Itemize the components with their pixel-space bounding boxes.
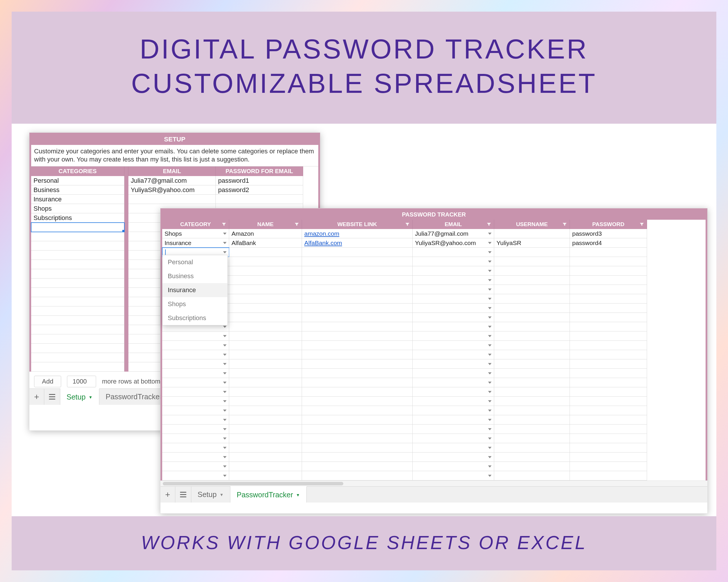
website-cell[interactable] xyxy=(302,304,413,313)
username-cell[interactable] xyxy=(494,378,570,387)
password-cell[interactable] xyxy=(570,350,647,359)
category-cell[interactable]: Insurance xyxy=(162,238,229,248)
category-cell[interactable] xyxy=(162,434,229,443)
name-cell[interactable] xyxy=(229,406,302,415)
category-cell[interactable] xyxy=(162,452,229,462)
email-cell[interactable]: YuliyaSR@yahoo.com xyxy=(128,185,216,195)
all-sheets-button[interactable] xyxy=(175,487,191,503)
dropdown-option[interactable]: Insurance xyxy=(162,283,228,297)
name-cell[interactable] xyxy=(229,266,302,276)
username-cell[interactable] xyxy=(494,462,570,471)
password-cell[interactable] xyxy=(570,341,647,350)
add-sheet-button[interactable] xyxy=(160,487,175,503)
category-cell[interactable] xyxy=(162,443,229,452)
email-cell[interactable] xyxy=(413,294,494,304)
password-cell[interactable] xyxy=(570,276,647,285)
category-cell[interactable] xyxy=(31,306,124,316)
password-cell[interactable] xyxy=(570,294,647,304)
email-cell[interactable] xyxy=(413,266,494,276)
tab-setup[interactable]: Setup ▼ xyxy=(191,487,230,503)
password-cell[interactable] xyxy=(570,257,647,266)
name-cell[interactable] xyxy=(229,350,302,359)
username-cell[interactable] xyxy=(494,257,570,266)
email-cell[interactable] xyxy=(413,369,494,378)
category-cell[interactable] xyxy=(162,406,229,415)
website-cell[interactable] xyxy=(302,285,413,294)
username-cell[interactable] xyxy=(494,331,570,341)
category-cell[interactable] xyxy=(31,241,124,251)
category-cell[interactable] xyxy=(31,269,124,278)
filter-icon[interactable] xyxy=(293,221,300,227)
username-cell[interactable] xyxy=(494,434,570,443)
website-cell[interactable] xyxy=(302,378,413,387)
category-cell[interactable] xyxy=(31,334,124,344)
password-cell[interactable] xyxy=(570,378,647,387)
username-cell[interactable] xyxy=(494,276,570,285)
password-cell[interactable] xyxy=(570,424,647,434)
password-cell[interactable] xyxy=(570,266,647,276)
horizontal-scrollbar[interactable] xyxy=(160,480,707,486)
password-cell[interactable] xyxy=(570,359,647,369)
email-cell[interactable] xyxy=(128,195,216,204)
password-cell[interactable] xyxy=(570,248,647,257)
category-cell[interactable] xyxy=(162,415,229,424)
username-cell[interactable] xyxy=(494,294,570,304)
category-cell[interactable] xyxy=(31,316,124,325)
email-cell[interactable] xyxy=(413,397,494,406)
name-cell[interactable] xyxy=(229,341,302,350)
category-cell[interactable] xyxy=(162,359,229,369)
category-cell[interactable] xyxy=(162,378,229,387)
name-cell[interactable] xyxy=(229,331,302,341)
category-cell[interactable]: Business xyxy=(31,185,124,195)
name-cell[interactable] xyxy=(229,434,302,443)
website-cell[interactable] xyxy=(302,331,413,341)
email-cell[interactable]: Julia77@gmail.com xyxy=(413,229,494,238)
category-dropdown[interactable]: PersonalBusinessInsuranceShopsSubscripti… xyxy=(162,255,228,325)
email-cell[interactable] xyxy=(413,285,494,294)
password-cell[interactable] xyxy=(570,285,647,294)
name-cell[interactable] xyxy=(229,359,302,369)
category-cell[interactable] xyxy=(162,471,229,480)
tab-setup[interactable]: Setup ▼ xyxy=(60,388,99,405)
name-cell[interactable] xyxy=(229,387,302,397)
website-cell[interactable] xyxy=(302,434,413,443)
username-cell[interactable] xyxy=(494,313,570,322)
name-cell[interactable] xyxy=(229,304,302,313)
website-cell[interactable] xyxy=(302,350,413,359)
name-cell[interactable] xyxy=(229,415,302,424)
tracker-header-email[interactable]: EMAIL xyxy=(413,220,494,229)
username-cell[interactable] xyxy=(494,229,570,238)
username-cell[interactable] xyxy=(494,341,570,350)
name-cell[interactable] xyxy=(229,294,302,304)
website-cell[interactable] xyxy=(302,397,413,406)
username-cell[interactable] xyxy=(494,415,570,424)
category-cell[interactable] xyxy=(31,362,124,371)
category-cell[interactable] xyxy=(162,424,229,434)
dropdown-option[interactable]: Business xyxy=(162,269,228,283)
name-cell[interactable] xyxy=(229,369,302,378)
email-cell[interactable] xyxy=(413,341,494,350)
email-cell[interactable] xyxy=(413,248,494,257)
username-cell[interactable] xyxy=(494,443,570,452)
category-cell[interactable]: Personal xyxy=(31,176,124,185)
category-cell[interactable] xyxy=(31,232,124,241)
website-cell[interactable] xyxy=(302,322,413,331)
email-cell[interactable] xyxy=(413,471,494,480)
scrollbar-thumb[interactable] xyxy=(163,482,343,486)
tracker-header-website[interactable]: WEBSITE LINK xyxy=(302,220,413,229)
password-cell[interactable]: password1 xyxy=(216,176,303,185)
website-cell[interactable] xyxy=(302,248,413,257)
tab-password-tracker[interactable]: PasswordTracker ▼ xyxy=(230,486,307,503)
category-cell[interactable] xyxy=(31,278,124,288)
website-cell[interactable] xyxy=(302,359,413,369)
filter-icon[interactable] xyxy=(221,221,227,227)
website-cell[interactable] xyxy=(302,369,413,378)
website-cell[interactable] xyxy=(302,341,413,350)
password-cell[interactable]: password2 xyxy=(216,185,303,195)
email-cell[interactable] xyxy=(413,304,494,313)
category-cell[interactable] xyxy=(31,297,124,306)
username-cell[interactable] xyxy=(494,248,570,257)
website-cell[interactable] xyxy=(302,276,413,285)
website-cell[interactable]: AlfaBank.com xyxy=(302,238,413,248)
email-cell[interactable] xyxy=(413,359,494,369)
